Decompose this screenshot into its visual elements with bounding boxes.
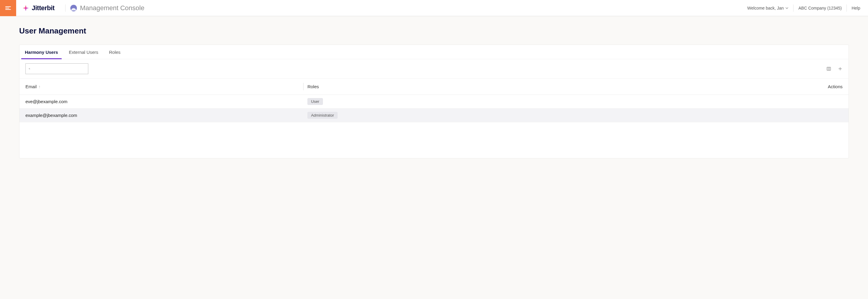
toolbar-actions [827,66,842,71]
tab-label: Harmony Users [25,49,58,55]
header-divider [793,4,794,12]
search-box[interactable] [26,63,88,74]
menu-toggle-button[interactable] [0,0,16,16]
help-link[interactable]: Help [851,6,860,10]
role-chip: Administrator [307,112,338,119]
user-management-card: Harmony Users External Users Roles [19,44,849,159]
chevron-down-icon [785,6,788,10]
plus-icon [838,66,842,71]
column-header-roles[interactable]: Roles [303,79,753,95]
tab-external-users[interactable]: External Users [68,45,99,59]
column-label: Email [26,84,37,89]
user-menu[interactable]: Welcome back, Jan [747,6,789,10]
page-title: User Management [19,26,849,36]
menu-icon [5,5,11,11]
tab-label: External Users [69,49,98,55]
table-row[interactable]: eve@jbexample.com User [20,95,848,108]
table-toolbar [20,59,848,79]
column-header-actions: Actions [753,79,842,95]
console-title-area: Management Console [70,4,144,12]
table-header-row: Email ↑ Roles Actions [20,79,848,95]
search-icon [29,67,30,71]
help-text: Help [851,6,860,10]
welcome-text: Welcome back, Jan [747,6,784,10]
top-header: Jitterbit Management Console Welcome bac… [0,0,868,16]
column-label: Actions [828,84,842,89]
org-selector[interactable]: ABC Company (12345) [798,6,842,10]
header-divider [846,4,847,12]
column-header-email[interactable]: Email ↑ [26,79,303,95]
brand-logo[interactable]: Jitterbit [16,4,60,12]
tab-label: Roles [109,49,120,55]
svg-rect-1 [827,67,831,71]
search-input[interactable] [33,66,85,71]
table-empty-space [20,122,848,158]
table-body: eve@jbexample.com User example@jbexample… [20,95,848,122]
jitterbit-star-icon [22,4,29,12]
columns-icon [827,66,831,71]
columns-button[interactable] [827,66,831,71]
gauge-icon [70,5,77,11]
header-right: Welcome back, Jan ABC Company (12345) He… [747,4,868,12]
cell-email: eve@jbexample.com [26,99,303,104]
brand-text: Jitterbit [32,4,55,12]
page-content: User Management Harmony Users External U… [0,16,868,169]
column-label: Roles [307,84,319,89]
tab-harmony-users[interactable]: Harmony Users [24,45,59,59]
sort-ascending-icon: ↑ [39,84,41,89]
cell-email: example@jbexample.com [26,113,303,118]
table-row[interactable]: example@jbexample.com Administrator [20,108,848,122]
role-chip: User [307,98,323,105]
add-button[interactable] [838,66,842,71]
cell-roles: Administrator [303,112,753,119]
svg-point-0 [29,68,30,69]
tab-roles[interactable]: Roles [108,45,122,59]
console-title: Management Console [80,4,144,12]
cell-roles: User [303,98,753,105]
header-divider [65,4,66,12]
org-text: ABC Company (12345) [798,6,842,10]
tab-bar: Harmony Users External Users Roles [20,45,848,59]
